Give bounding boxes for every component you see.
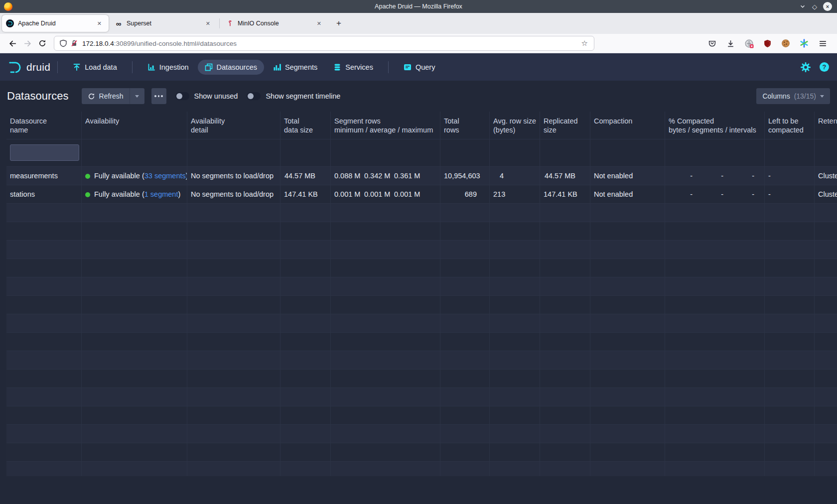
tab-close-icon[interactable]: ✕ <box>314 18 324 29</box>
insecure-lock-icon[interactable] <box>70 39 78 47</box>
cell-total-data-size: 147.41 KB <box>280 185 331 203</box>
help-icon[interactable]: ? <box>820 62 829 72</box>
window-minimize-icon[interactable] <box>799 3 806 10</box>
nav-datasources[interactable]: Datasources <box>198 60 264 75</box>
downloads-icon[interactable] <box>723 36 738 50</box>
empty-table-row <box>6 296 837 314</box>
empty-table-row <box>6 388 837 406</box>
cell-datasource-name[interactable]: measurements <box>6 167 82 185</box>
datasources-icon <box>205 63 213 71</box>
new-tab-button[interactable]: + <box>330 17 347 29</box>
divider <box>388 61 389 73</box>
cell-availability: Fully available (1 segment) <box>82 185 187 203</box>
ublock-shield-icon[interactable] <box>760 36 775 50</box>
cell-availability: Fully available (33 segments) <box>82 167 187 185</box>
brand-text: druid <box>26 61 50 73</box>
tab-close-icon[interactable]: ✕ <box>203 18 213 29</box>
nav-load-data[interactable]: Load data <box>66 60 124 75</box>
col-header-segment-rows[interactable]: Segment rowsminimum / average / maximum <box>331 112 440 139</box>
segments-link[interactable]: 33 segments <box>144 172 186 180</box>
cell-datasource-name[interactable]: stations <box>6 185 82 203</box>
table-header-row: Datasourcename Availability Availability… <box>6 112 837 139</box>
segments-link[interactable]: 1 segment <box>144 190 178 198</box>
nav-label: Datasources <box>217 63 257 71</box>
services-icon <box>333 63 341 71</box>
nav-segments[interactable]: Segments <box>266 60 324 75</box>
available-status-dot <box>85 192 90 197</box>
columns-button[interactable]: Columns (13/15) <box>756 88 830 104</box>
reload-button[interactable] <box>35 36 50 50</box>
show-segment-timeline-toggle[interactable] <box>247 92 261 100</box>
cell-avg-row-size: 213 <box>490 185 540 203</box>
show-segment-timeline-label: Show segment timeline <box>266 92 340 100</box>
cell-replicated-size: 147.41 KB <box>540 185 590 203</box>
divider <box>132 61 133 73</box>
extension-asterisk-icon[interactable] <box>797 36 812 50</box>
table-row: stations Fully available (1 segment) No … <box>6 185 837 204</box>
tab-close-icon[interactable]: ✕ <box>94 18 105 29</box>
nav-services[interactable]: Services <box>326 60 380 75</box>
tab-title: MinIO Console <box>238 20 314 27</box>
empty-table-row <box>6 333 837 351</box>
nav-query[interactable]: Query <box>397 60 442 75</box>
window-maximize-icon[interactable]: ◇ <box>812 3 817 10</box>
tab-superset[interactable]: ∞ Superset ✕ <box>111 15 217 32</box>
forward-button[interactable] <box>20 36 35 50</box>
col-header-compaction[interactable]: Compaction <box>590 112 665 139</box>
page-title: Datasources <box>7 90 69 103</box>
window-close-icon[interactable]: × <box>823 2 832 11</box>
browser-toolbar: 172.18.0.4:30899/unified-console.html#da… <box>0 34 837 53</box>
cell-replicated-size: 44.57 MB <box>540 167 590 185</box>
nav-label: Ingestion <box>159 63 189 71</box>
tab-apache-druid[interactable]: Apache Druid ✕ <box>2 15 109 32</box>
empty-table-row <box>6 425 837 443</box>
more-actions-button[interactable] <box>151 88 166 104</box>
empty-table-row <box>6 259 837 277</box>
cookie-icon[interactable] <box>778 36 793 50</box>
back-button[interactable] <box>5 36 20 50</box>
druid-navbar: druid Load data Ingestion Datasources Se… <box>0 53 837 81</box>
datasources-table: Datasourcename Availability Availability… <box>6 112 837 476</box>
cell-retention: Cluster default <box>815 185 837 203</box>
settings-gear-icon[interactable] <box>801 62 811 72</box>
cell-segment-rows: 0.088 M0.342 M0.361 M <box>331 167 440 185</box>
refresh-label: Refresh <box>99 92 124 100</box>
refresh-button[interactable]: Refresh <box>82 88 130 104</box>
pocket-icon[interactable] <box>704 36 719 50</box>
col-header-availability[interactable]: Availability <box>82 112 187 139</box>
bookmark-star-icon[interactable]: ☆ <box>580 39 589 48</box>
ellipsis-icon <box>154 95 163 97</box>
druid-logo[interactable]: druid <box>8 60 50 74</box>
datasource-name-filter-input[interactable] <box>10 144 79 161</box>
cell-compaction: Not enabled <box>590 167 665 185</box>
col-header-avg-row-size[interactable]: Avg. row size(bytes) <box>490 112 540 139</box>
divider <box>57 61 58 73</box>
col-header-replicated-size[interactable]: Replicatedsize <box>540 112 590 139</box>
col-header-left-to-be-compacted[interactable]: Left to becompacted <box>765 112 815 139</box>
col-header-total-rows[interactable]: Totalrows <box>440 112 490 139</box>
col-header-retention[interactable]: Retention <box>815 112 837 139</box>
empty-table-row <box>6 370 837 388</box>
tab-title: Apache Druid <box>18 20 94 27</box>
shield-icon[interactable] <box>59 39 67 47</box>
col-header-pct-compacted[interactable]: % Compactedbytes / segments / intervals <box>665 112 765 139</box>
col-header-total-data-size[interactable]: Totaldata size <box>280 112 331 139</box>
extension-icon[interactable] <box>741 36 756 50</box>
col-header-datasource-name[interactable]: Datasourcename <box>6 112 82 139</box>
cell-pct-compacted: --- <box>665 185 765 203</box>
refresh-dropdown-button[interactable] <box>130 88 144 104</box>
cell-availability-detail: No segments to load/drop <box>187 167 280 185</box>
druid-favicon <box>6 19 14 27</box>
url-bar[interactable]: 172.18.0.4:30899/unified-console.html#da… <box>54 36 594 51</box>
nav-ingestion[interactable]: Ingestion <box>140 60 196 75</box>
cell-segment-rows: 0.001 M0.001 M0.001 M <box>331 185 440 203</box>
menu-hamburger-icon[interactable] <box>815 36 830 50</box>
empty-table-row <box>6 406 837 425</box>
show-unused-toggle[interactable] <box>175 92 189 100</box>
cell-availability-detail: No segments to load/drop <box>187 185 280 203</box>
cell-compaction: Not enabled <box>590 185 665 203</box>
ingestion-icon <box>147 63 155 71</box>
tab-minio-console[interactable]: MinIO Console ✕ <box>222 15 328 32</box>
col-header-availability-detail[interactable]: Availabilitydetail <box>187 112 280 139</box>
cell-left-to-be-compacted: - <box>765 167 815 185</box>
